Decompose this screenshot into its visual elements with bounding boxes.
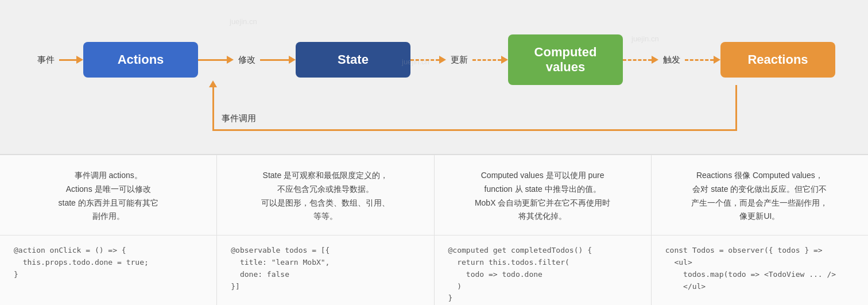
feedback-arrowhead-up — [209, 80, 217, 87]
info-col-1: State 是可观察和最低限度定义的， 不应包含冗余或推导数据。 可以是图形，包… — [217, 155, 434, 235]
info-text-3: Reactions 很像 Computed values， 会对 state 的… — [691, 171, 828, 221]
box-state: State — [296, 42, 410, 78]
info-text-2: Computed values 是可以使用 pure function 从 st… — [475, 171, 610, 221]
label-modify: 修改 — [238, 55, 255, 65]
label-event-call: 事件调用 — [222, 113, 256, 124]
box-computed: Computed values — [508, 34, 623, 85]
info-section: 事件调用 actions。 Actions 是唯一可以修改 state 的东西并… — [0, 155, 868, 235]
arrow-trigger-mid — [685, 56, 720, 64]
feedback-right-vert — [735, 85, 737, 131]
label-trigger: 触发 — [663, 55, 680, 65]
code-col-0: @action onClick = () => { this.props.tod… — [0, 235, 217, 305]
info-text-1: State 是可观察和最低限度定义的， 不应包含冗余或推导数据。 可以是图形，包… — [261, 171, 390, 221]
label-update: 更新 — [451, 55, 468, 65]
code-text-0: @action onClick = () => { this.props.tod… — [14, 245, 203, 280]
arrow-modify-to-state — [260, 56, 296, 64]
diagram-section: juejin.cn juejin.cn juejin.cn 事件 Actions… — [0, 0, 868, 154]
box-actions: Actions — [83, 42, 198, 78]
code-text-2: @computed get completedTodos() { return … — [448, 245, 637, 304]
feedback-loop: 事件调用 — [34, 85, 834, 131]
feedback-horiz — [212, 129, 737, 131]
code-col-2: @computed get completedTodos() { return … — [435, 235, 652, 305]
info-col-3: Reactions 很像 Computed values， 会对 state 的… — [652, 155, 868, 235]
arrow-computed-to-reactions — [623, 56, 658, 64]
arrow-actions-to-state — [198, 56, 234, 64]
code-text-1: @observable todos = [{ title: "learn Mob… — [231, 245, 420, 292]
info-text-0: 事件调用 actions。 Actions 是唯一可以修改 state 的东西并… — [59, 171, 158, 221]
arrow-update-mid — [472, 56, 508, 64]
info-col-2: Computed values 是可以使用 pure function 从 st… — [435, 155, 652, 235]
box-reactions: Reactions — [720, 42, 835, 78]
code-col-1: @observable todos = [{ title: "learn Mob… — [217, 235, 434, 305]
label-event: 事件 — [37, 55, 55, 65]
arrow-state-to-computed — [410, 56, 446, 64]
info-col-0: 事件调用 actions。 Actions 是唯一可以修改 state 的东西并… — [0, 155, 217, 235]
flow-main: 事件 Actions 修改 State 更新 Compute — [23, 17, 845, 85]
arrow-event-to-actions — [59, 56, 83, 64]
code-col-3: const Todos = observer({ todos } => <ul>… — [652, 235, 868, 305]
feedback-left-vert — [212, 85, 214, 131]
code-text-3: const Todos = observer({ todos } => <ul>… — [665, 245, 854, 292]
code-section: @action onClick = () => { this.props.tod… — [0, 235, 868, 305]
